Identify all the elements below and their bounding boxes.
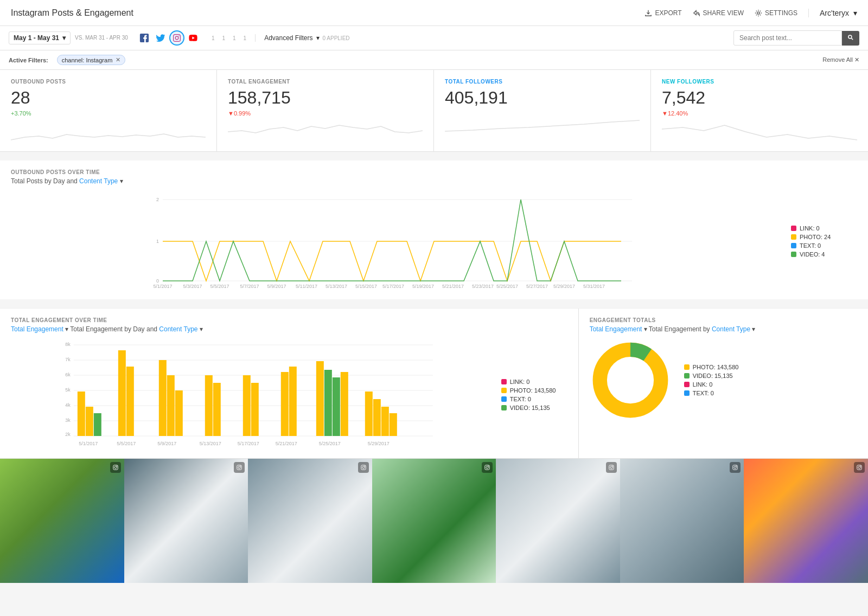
post-image-7[interactable] (744, 459, 868, 583)
svg-rect-55 (316, 361, 324, 436)
svg-text:5/21/2017: 5/21/2017 (442, 284, 464, 289)
svg-text:5k: 5k (65, 387, 71, 393)
svg-text:5/11/2017: 5/11/2017 (296, 284, 317, 289)
date-range-picker[interactable]: May 1 - May 31 ▾ (9, 31, 71, 44)
svg-point-79 (240, 466, 241, 466)
youtube-icon[interactable] (186, 30, 201, 46)
instagram-badge-3 (358, 462, 369, 473)
stat-outbound-posts: OUTBOUND POSTS 28 +3.70% (0, 70, 217, 151)
new-followers-sparkline (662, 121, 857, 143)
svg-point-85 (488, 466, 489, 466)
svg-point-0 (757, 11, 760, 14)
svg-rect-56 (324, 370, 332, 436)
advanced-filters-button[interactable]: Advanced Filters ▾ 0 APPLIED (255, 34, 349, 42)
post-image-5[interactable] (496, 459, 620, 583)
svg-rect-51 (243, 375, 251, 436)
svg-rect-62 (390, 413, 397, 436)
svg-rect-49 (205, 375, 213, 436)
donut-content-type-link[interactable]: Content Type (712, 325, 750, 333)
post-image-1[interactable] (0, 459, 124, 583)
svg-point-4 (848, 35, 852, 38)
total-followers-value: 405,191 (445, 88, 640, 108)
donut-chart-section: ENGAGEMENT TOTALS Total Engagement ▾ Tot… (579, 309, 868, 458)
engagement-bar-chart: 8k 7k 6k 5k 4k 3k 2k (11, 339, 486, 450)
svg-rect-48 (175, 390, 183, 436)
total-engagement-label: TOTAL ENGAGEMENT (228, 79, 423, 85)
svg-text:0: 0 (156, 278, 159, 284)
svg-rect-50 (213, 383, 221, 436)
svg-rect-61 (381, 407, 389, 436)
svg-text:5/25/2017: 5/25/2017 (496, 284, 518, 289)
svg-point-91 (736, 466, 737, 466)
svg-point-88 (612, 466, 613, 466)
legend-link: LINK: 0 (791, 225, 853, 232)
svg-point-3 (178, 36, 179, 36)
settings-button[interactable]: SETTINGS (755, 9, 797, 17)
search-button[interactable] (842, 31, 859, 46)
search-input[interactable] (733, 30, 842, 46)
engagement-chart-legend: LINK: 0 PHOTO: 143,580 TEXT: 0 VIDEO: 15… (497, 339, 567, 450)
post-image-2[interactable] (124, 459, 248, 583)
donut-legend-link: LINK: 0 (684, 381, 739, 388)
instagram-badge-1 (110, 462, 121, 473)
remove-all-button[interactable]: Remove All ✕ (822, 56, 859, 63)
donut-svg (590, 339, 671, 421)
outbound-posts-value: 28 (11, 88, 206, 108)
image-grid (0, 459, 868, 583)
svg-rect-45 (126, 367, 134, 436)
stat-total-engagement: TOTAL ENGAGEMENT 158,715 ▼0.99% (217, 70, 434, 151)
donut-legend-video: VIDEO: 15,135 (684, 373, 739, 379)
svg-rect-57 (333, 377, 340, 436)
outbound-posts-sparkline (11, 121, 206, 143)
eng-legend-video: VIDEO: 15,135 (501, 405, 563, 411)
instagram-badge-6 (730, 462, 741, 473)
svg-rect-59 (365, 392, 373, 436)
svg-text:5/5/2017: 5/5/2017 (210, 284, 229, 289)
applied-count: 0 APPLIED (323, 35, 350, 41)
svg-rect-43 (94, 413, 101, 436)
svg-point-84 (486, 466, 488, 469)
total-engagement-link[interactable]: Total Engagement (11, 325, 63, 333)
svg-text:5/9/2017: 5/9/2017 (157, 441, 176, 446)
svg-rect-44 (118, 350, 126, 436)
content-type-link[interactable]: Content Type (79, 177, 118, 185)
engagement-chart-container: 8k 7k 6k 5k 4k 3k 2k (11, 339, 567, 450)
donut-total-engagement-link[interactable]: Total Engagement (590, 325, 642, 333)
engagement-chart-section: TOTAL ENGAGEMENT OVER TIME Total Engagem… (0, 309, 579, 458)
engagement-content-type-link[interactable]: Content Type (159, 325, 197, 333)
svg-rect-41 (78, 392, 85, 436)
outbound-chart-container: 2 1 0 5/1/2017 5/3/2017 5/5/2017 5/7/201… (11, 191, 857, 291)
post-image-3[interactable] (248, 459, 372, 583)
new-followers-label: NEW FOLLOWERS (662, 79, 857, 85)
svg-text:5/27/2017: 5/27/2017 (526, 284, 548, 289)
svg-text:5/29/2017: 5/29/2017 (553, 284, 575, 289)
channel-filter-tag: channel: Instagram ✕ (57, 55, 126, 65)
stats-row: OUTBOUND POSTS 28 +3.70% TOTAL ENGAGEMEN… (0, 70, 868, 152)
brand-selector[interactable]: Arc'teryx ▾ (808, 9, 857, 17)
twitter-icon[interactable] (153, 30, 168, 46)
svg-rect-46 (159, 360, 167, 436)
svg-rect-60 (373, 399, 381, 436)
total-engagement-value: 158,715 (228, 88, 423, 108)
svg-text:5/1/2017: 5/1/2017 (79, 441, 98, 446)
svg-text:1: 1 (156, 239, 159, 244)
instagram-icon[interactable] (169, 30, 184, 46)
active-filters-bar: Active Filters: channel: Instagram ✕ Rem… (0, 50, 868, 70)
svg-text:5/23/2017: 5/23/2017 (472, 284, 494, 289)
svg-text:5/25/2017: 5/25/2017 (319, 441, 341, 446)
svg-point-90 (734, 466, 736, 469)
post-image-4[interactable] (372, 459, 496, 583)
stat-total-followers: TOTAL FOLLOWERS 405,191 (434, 70, 651, 151)
remove-filter-button[interactable]: ✕ (116, 56, 120, 63)
facebook-icon[interactable] (137, 30, 152, 46)
export-button[interactable]: EXPORT (644, 9, 681, 17)
svg-text:4k: 4k (65, 402, 71, 408)
svg-rect-54 (289, 367, 297, 436)
post-image-6[interactable] (620, 459, 744, 583)
total-followers-sparkline (445, 112, 640, 134)
engagement-chart-title: TOTAL ENGAGEMENT OVER TIME (11, 317, 567, 323)
svg-text:3k: 3k (65, 418, 71, 423)
share-button[interactable]: SHARE VIEW (693, 9, 744, 17)
vs-date: VS. MAR 31 - APR 30 (75, 35, 128, 41)
eng-legend-text: TEXT: 0 (501, 396, 563, 402)
